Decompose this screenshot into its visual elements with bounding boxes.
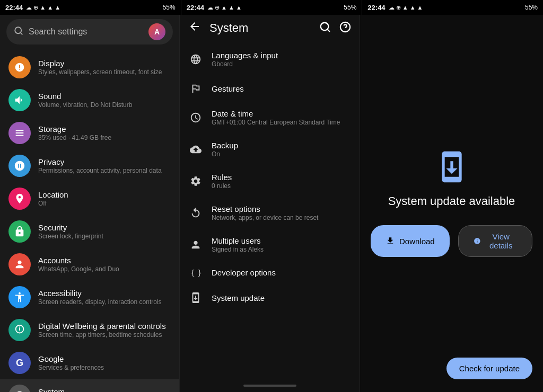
system-text: System Languages, gestures, time, backup bbox=[38, 387, 171, 392]
status-battery-left: 55% bbox=[163, 4, 176, 11]
display-text: Display Styles, wallpapers, screen timeo… bbox=[38, 59, 171, 76]
settings-item-display[interactable]: Display Styles, wallpapers, screen timeo… bbox=[0, 51, 179, 84]
system-icon bbox=[8, 385, 31, 392]
update-phone-icon-wrap bbox=[435, 150, 469, 186]
status-battery-right: 55% bbox=[525, 4, 538, 11]
search-icon bbox=[14, 26, 23, 38]
svg-line-3 bbox=[327, 29, 329, 31]
status-icons-left: ☁ ⊕ ▲ ▲ ▲ bbox=[26, 4, 60, 11]
system-item-gestures[interactable]: Gestures bbox=[180, 75, 360, 102]
system-update-icon bbox=[188, 292, 203, 304]
settings-list: Display Styles, wallpapers, screen timeo… bbox=[0, 49, 179, 392]
settings-item-accessibility[interactable]: Accessibility Screen readers, display, i… bbox=[0, 281, 179, 314]
location-icon bbox=[8, 188, 31, 210]
rules-text: Rules 0 rules bbox=[212, 173, 351, 190]
google-text: Google Services & preferences bbox=[38, 354, 171, 371]
settings-item-accounts[interactable]: Accounts WhatsApp, Google, and Duo bbox=[0, 248, 179, 281]
home-indicator-mid bbox=[243, 385, 296, 387]
search-placeholder: Search settings bbox=[29, 27, 143, 37]
sound-icon bbox=[8, 89, 31, 111]
accessibility-text: Accessibility Screen readers, display, i… bbox=[38, 289, 171, 306]
system-list: Languages & input Gboard Gestures Date &… bbox=[180, 41, 360, 379]
system-update-text: System update bbox=[212, 293, 351, 302]
display-icon bbox=[8, 56, 31, 78]
settings-item-storage[interactable]: Storage 35% used · 41.49 GB free bbox=[0, 117, 179, 149]
system-item-languages[interactable]: Languages & input Gboard bbox=[180, 43, 360, 75]
download-button[interactable]: Download bbox=[371, 225, 450, 257]
update-title: System update available bbox=[388, 194, 515, 208]
location-text: Location Off bbox=[38, 190, 171, 207]
bottom-bar-mid bbox=[180, 379, 360, 392]
rules-icon bbox=[188, 175, 203, 187]
settings-item-security[interactable]: Security Screen lock, fingerprint bbox=[0, 215, 179, 248]
accounts-text: Accounts WhatsApp, Google, and Duo bbox=[38, 256, 171, 273]
digital-wellbeing-text: Digital Wellbeing & parental controls Sc… bbox=[38, 322, 171, 338]
status-time-mid: 22:44 bbox=[187, 4, 204, 12]
system-panel: System Languages & input Gboard bbox=[179, 15, 360, 392]
help-icon[interactable] bbox=[339, 21, 351, 35]
check-update-button[interactable]: Check for update bbox=[446, 358, 532, 379]
accessibility-icon bbox=[8, 286, 31, 308]
update-panel: System update available Download View de… bbox=[360, 15, 543, 392]
privacy-icon bbox=[8, 155, 31, 177]
security-icon bbox=[8, 220, 31, 243]
settings-item-location[interactable]: Location Off bbox=[0, 182, 179, 215]
status-battery-mid: 55% bbox=[344, 4, 356, 11]
accounts-icon bbox=[8, 253, 31, 275]
system-item-rules[interactable]: Rules 0 rules bbox=[180, 165, 360, 197]
settings-item-google[interactable]: G Google Services & preferences bbox=[0, 346, 179, 379]
settings-item-sound[interactable]: Sound Volume, vibration, Do Not Disturb bbox=[0, 84, 179, 117]
view-details-button[interactable]: View details bbox=[458, 225, 532, 257]
status-icons-mid: ☁ ⊕ ▲ ▲ ▲ bbox=[207, 4, 242, 11]
datetime-text: Date & time GMT+01:00 Central European S… bbox=[212, 109, 351, 126]
system-item-update[interactable]: System update bbox=[180, 284, 360, 311]
developer-text: Developer options bbox=[212, 268, 351, 277]
header-icons bbox=[319, 21, 351, 35]
system-item-backup[interactable]: Backup On bbox=[180, 133, 360, 165]
languages-text: Languages & input Gboard bbox=[212, 51, 351, 68]
search-bar[interactable]: Search settings A bbox=[6, 19, 173, 44]
system-item-reset[interactable]: Reset options Network, apps, or device c… bbox=[180, 197, 360, 229]
status-time-right: 22:44 bbox=[367, 4, 385, 12]
settings-item-digital-wellbeing[interactable]: Digital Wellbeing & parental controls Sc… bbox=[0, 314, 179, 346]
search-icon-sys[interactable] bbox=[319, 21, 331, 35]
sound-text: Sound Volume, vibration, Do Not Disturb bbox=[38, 92, 171, 109]
svg-line-1 bbox=[20, 32, 22, 34]
reset-text: Reset options Network, apps, or device c… bbox=[212, 204, 351, 221]
datetime-icon bbox=[188, 112, 203, 123]
status-time-left: 22:44 bbox=[5, 4, 23, 12]
system-panel-title: System bbox=[209, 21, 311, 35]
developer-icon: { } bbox=[188, 269, 203, 277]
reset-icon bbox=[188, 207, 203, 219]
storage-icon bbox=[8, 122, 31, 144]
settings-panel: Search settings A Display Styles, wallpa… bbox=[0, 15, 179, 392]
system-item-users[interactable]: Multiple users Signed in as Aleks bbox=[180, 229, 360, 261]
users-icon bbox=[188, 239, 203, 251]
settings-item-privacy[interactable]: Privacy Permissions, account activity, p… bbox=[0, 149, 179, 182]
backup-icon bbox=[188, 144, 203, 155]
digital-wellbeing-icon bbox=[8, 319, 31, 341]
back-button[interactable] bbox=[188, 20, 201, 36]
google-icon: G bbox=[8, 352, 31, 374]
gestures-icon bbox=[188, 83, 203, 94]
avatar[interactable]: A bbox=[148, 23, 165, 40]
update-buttons: Download View details bbox=[371, 225, 532, 257]
system-item-datetime[interactable]: Date & time GMT+01:00 Central European S… bbox=[180, 102, 360, 133]
gestures-text: Gestures bbox=[212, 84, 351, 93]
users-text: Multiple users Signed in as Aleks bbox=[212, 236, 351, 253]
status-icons-right: ☁ ⊕ ▲ ▲ ▲ bbox=[389, 4, 423, 11]
system-header: System bbox=[180, 15, 360, 41]
backup-text: Backup On bbox=[212, 141, 351, 158]
languages-icon bbox=[188, 54, 203, 65]
storage-text: Storage 35% used · 41.49 GB free bbox=[38, 124, 171, 141]
system-item-developer[interactable]: { } Developer options bbox=[180, 261, 360, 284]
privacy-text: Privacy Permissions, account activity, p… bbox=[38, 157, 171, 174]
security-text: Security Screen lock, fingerprint bbox=[38, 223, 171, 240]
settings-item-system[interactable]: System Languages, gestures, time, backup bbox=[0, 379, 179, 392]
